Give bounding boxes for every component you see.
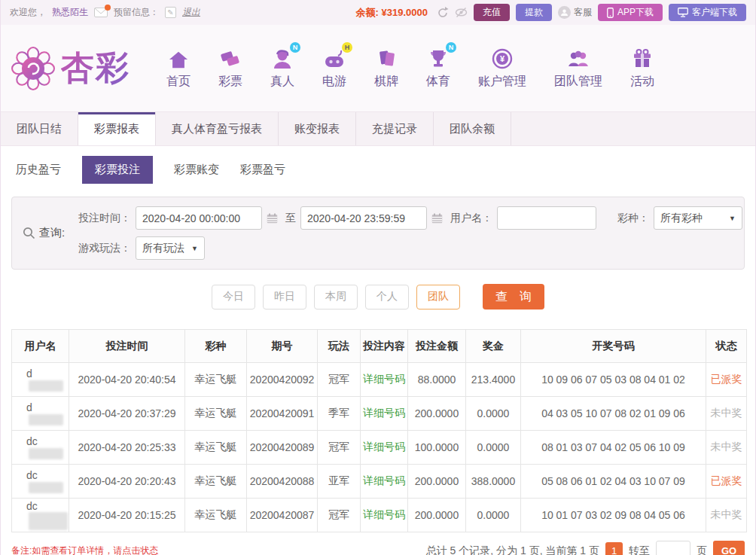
welcome-text: 欢迎您，: [10, 6, 46, 19]
footer: 备注:如需查看订单详情，请点击状态 总计 5 个记录, 分为 1 页, 当前第 …: [11, 532, 745, 555]
cell-lottery: 幸运飞艇: [185, 431, 247, 465]
subtab-history-pl[interactable]: 历史盈亏: [16, 156, 61, 184]
detail-numbers-link[interactable]: 详细号码: [363, 508, 405, 520]
tab-live-sports-report[interactable]: 真人体育盈亏报表: [156, 112, 279, 145]
cell-status: 未中奖: [706, 397, 747, 431]
topbar-left: 欢迎您， 熟悉陌生 预留信息： ✎ 退出: [10, 6, 200, 19]
detail-numbers-link[interactable]: 详细号码: [363, 373, 405, 385]
lottery-type-select[interactable]: 所有彩种 ▼: [654, 206, 742, 230]
table-row: dc 2020-04-20 20:15:25 幸运飞艇 20200420087 …: [12, 499, 747, 532]
subtab-lottery-bets[interactable]: 彩票投注: [82, 156, 153, 184]
tab-team-daily[interactable]: 团队日结: [1, 112, 78, 145]
nav-label-live: 真人: [270, 74, 294, 90]
app-download-button[interactable]: APP下载: [598, 4, 663, 21]
status-link[interactable]: 未中奖: [711, 441, 742, 453]
logged-in-username: 熟悉陌生: [52, 6, 88, 19]
tab-team-balance[interactable]: 团队余额: [434, 112, 511, 145]
redacted-username: [29, 512, 68, 530]
goto-label: 转至: [629, 544, 650, 555]
header-username: 用户名: [12, 330, 69, 363]
calendar-icon-to[interactable]: [431, 213, 443, 224]
page-unit-label: 页: [697, 544, 707, 555]
chevron-down-icon: ▼: [729, 215, 736, 222]
cell-bet-time: 2020-04-20 20:25:33: [69, 431, 185, 465]
lottery-type-value: 所有彩种: [660, 212, 703, 225]
nav-label-egames: 电游: [322, 74, 346, 90]
personal-button[interactable]: 个人: [365, 285, 409, 310]
team-button[interactable]: 团队: [416, 285, 460, 310]
cell-prize: 213.4000: [466, 363, 521, 397]
query-button[interactable]: 查 询: [483, 284, 544, 310]
subtab-lottery-pl[interactable]: 彩票盈亏: [240, 156, 285, 184]
go-button[interactable]: GO: [713, 541, 745, 555]
status-link[interactable]: 已派奖: [711, 373, 742, 385]
cell-play: 冠军: [318, 363, 361, 397]
cell-content: 详细号码: [361, 431, 408, 465]
cell-status: 已派奖: [706, 465, 747, 499]
today-button[interactable]: 今日: [212, 285, 255, 310]
tab-deposit-withdraw-record[interactable]: 充提记录: [356, 112, 434, 145]
cell-username: dc: [12, 499, 69, 532]
status-link[interactable]: 已派奖: [711, 474, 742, 486]
svg-text:¥: ¥: [500, 54, 505, 63]
report-tabbar: 团队日结 彩票报表 真人体育盈亏报表 账变报表 充提记录 团队余额: [1, 111, 755, 146]
team-icon: [566, 47, 590, 69]
cell-content: 详细号码: [361, 499, 408, 532]
recharge-button[interactable]: 充值: [474, 4, 510, 21]
status-link[interactable]: 未中奖: [711, 508, 742, 520]
username-input[interactable]: [497, 206, 596, 230]
edit-icon[interactable]: ✎: [165, 7, 176, 18]
current-page-badge[interactable]: 1: [605, 542, 623, 555]
withdraw-button[interactable]: 提款: [516, 4, 552, 21]
nav-item-activity[interactable]: 活动: [630, 47, 654, 90]
cell-bet-time: 2020-04-20 20:37:29: [69, 397, 185, 431]
status-link[interactable]: 未中奖: [711, 407, 742, 419]
cell-lottery: 幸运飞艇: [185, 499, 247, 532]
eye-off-icon[interactable]: [455, 7, 468, 18]
refresh-icon[interactable]: [437, 7, 449, 19]
cell-issue: 20200420089: [247, 431, 318, 465]
time-to-input[interactable]: [300, 206, 427, 230]
redacted-username: [29, 414, 63, 425]
site-logo[interactable]: 杏彩: [11, 46, 130, 90]
nav-item-chess[interactable]: 棋牌: [374, 47, 398, 90]
detail-numbers-link[interactable]: 详细号码: [363, 441, 405, 453]
detail-numbers-link[interactable]: 详细号码: [363, 474, 405, 486]
customer-service[interactable]: 客服: [558, 6, 592, 19]
client-download-button[interactable]: 客户端下载: [669, 4, 746, 21]
footer-note: 备注:如需查看订单详情，请点击状态: [11, 544, 158, 555]
this-week-button[interactable]: 本周: [314, 285, 358, 310]
cell-content: 详细号码: [361, 465, 408, 499]
mail-icon[interactable]: [94, 8, 108, 18]
goto-page-input[interactable]: [656, 541, 690, 555]
cell-username: dc: [12, 465, 69, 499]
detail-numbers-link[interactable]: 详细号码: [363, 407, 405, 419]
yesterday-button[interactable]: 昨日: [263, 285, 306, 310]
nav-item-team[interactable]: 团队管理: [554, 47, 602, 90]
balance-label: 余额:: [356, 7, 379, 18]
header-lottery: 彩种: [185, 330, 247, 363]
cell-prize: 0.0000: [466, 397, 521, 431]
tab-lottery-report[interactable]: 彩票报表: [78, 112, 156, 145]
search-panel: 查询: 投注时间： 至 用户名： 彩种： 所有彩种 ▼: [11, 197, 745, 270]
nav-item-account[interactable]: ¥ 账户管理: [478, 47, 526, 90]
cell-amount: 200.0000: [408, 499, 466, 532]
play-type-select[interactable]: 所有玩法 ▼: [136, 236, 205, 260]
header-amount: 投注金额: [408, 330, 466, 363]
logout-link[interactable]: 退出: [182, 6, 200, 19]
tab-account-change-report[interactable]: 账变报表: [279, 112, 356, 145]
time-from-input[interactable]: [136, 206, 262, 230]
nav-label-activity: 活动: [630, 74, 654, 90]
table-row: d 2020-04-20 20:37:29 幸运飞艇 20200420091 季…: [12, 397, 747, 431]
nav-item-sports[interactable]: N 体育: [426, 47, 450, 90]
nav-item-lottery[interactable]: 彩票: [218, 47, 242, 90]
cell-prize: 0.0000: [466, 499, 521, 532]
nav-item-home[interactable]: 首页: [166, 47, 191, 90]
subtab-lottery-change[interactable]: 彩票账变: [174, 156, 219, 184]
nav-item-live[interactable]: N 真人: [270, 47, 294, 90]
nav-item-egames[interactable]: H 电游: [322, 47, 346, 90]
nav-badge-sports: N: [446, 42, 456, 53]
bet-table: 用户名 投注时间 彩种 期号 玩法 投注内容 投注金额 奖金 开奖号码 状态 d…: [11, 329, 747, 532]
calendar-icon-from[interactable]: [267, 213, 278, 224]
cell-lottery: 幸运飞艇: [185, 397, 247, 431]
